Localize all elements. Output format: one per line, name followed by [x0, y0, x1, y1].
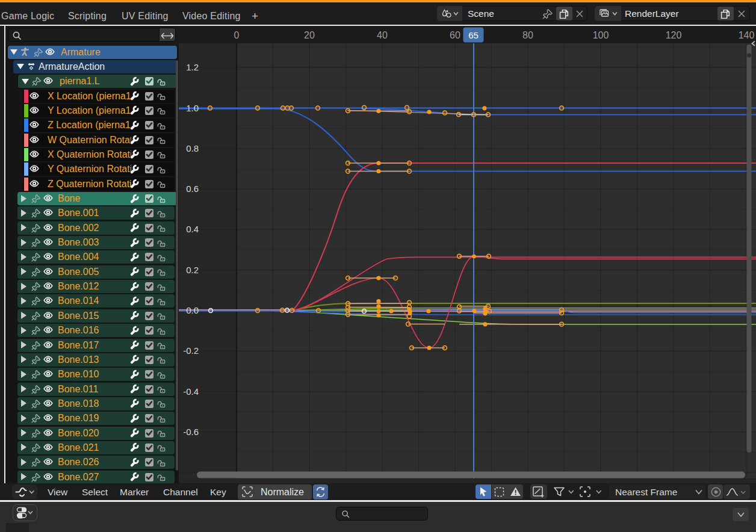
svg-text:1.0: 1.0: [186, 103, 199, 113]
svg-text:-0.4: -0.4: [183, 386, 199, 397]
svg-text:40: 40: [377, 30, 388, 40]
svg-text:-0.2: -0.2: [183, 345, 199, 356]
svg-text:100: 100: [593, 30, 609, 40]
svg-text:0.8: 0.8: [186, 143, 199, 153]
svg-text:0.2: 0.2: [186, 265, 199, 275]
svg-text:-0.6: -0.6: [183, 427, 199, 437]
svg-text:1.2: 1.2: [186, 62, 199, 72]
svg-text:60: 60: [450, 30, 460, 40]
svg-text:80: 80: [522, 30, 533, 40]
svg-text:140: 140: [739, 30, 755, 40]
svg-text:0.6: 0.6: [186, 184, 199, 194]
svg-text:65: 65: [468, 30, 479, 40]
svg-text:20: 20: [304, 30, 315, 40]
svg-text:0: 0: [234, 30, 240, 40]
svg-text:0.4: 0.4: [186, 224, 199, 234]
svg-text:0.0: 0.0: [186, 305, 199, 315]
svg-text:120: 120: [666, 30, 682, 40]
